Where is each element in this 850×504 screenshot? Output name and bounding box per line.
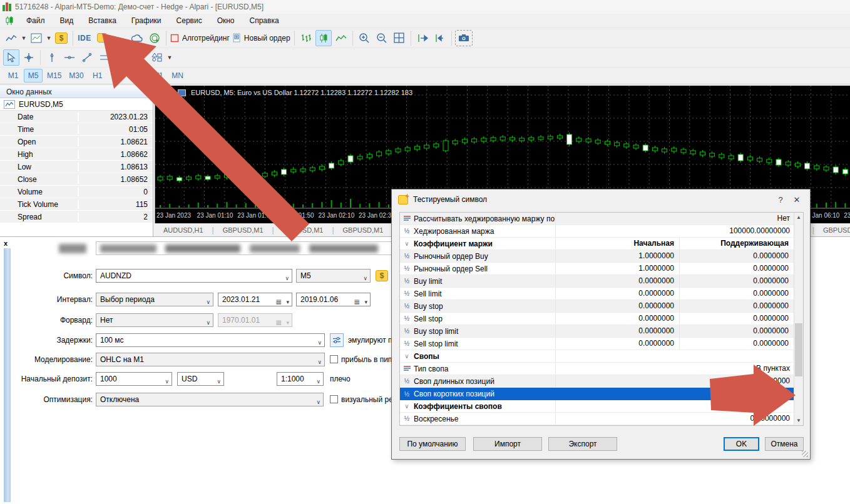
dialog-button-1[interactable]: Импорт <box>473 437 542 451</box>
leverage-combo[interactable]: 1:1000∨ <box>277 372 324 386</box>
profile-button[interactable] <box>28 30 44 46</box>
dialog-row-3[interactable]: ½Рыночный ордер Buy1.00000000.0000000 <box>400 250 795 263</box>
optimization-combo[interactable]: Отключена∨ <box>96 393 324 406</box>
chart-shift-button[interactable] <box>432 30 448 46</box>
date-to-field[interactable]: 2019.01.06▦▾ <box>296 293 371 306</box>
vertical-line-tool-button[interactable] <box>44 49 60 66</box>
dialog-row-16[interactable]: ½Воскресенье0.00000000 <box>400 413 795 425</box>
menu-item-4[interactable]: Сервис <box>169 14 210 27</box>
dialog-row-15[interactable]: ∨Коэффициенты свопов <box>400 400 795 413</box>
zoom-out-button[interactable] <box>374 30 390 46</box>
delays-combo[interactable]: 100 мс∨ <box>96 333 325 347</box>
auto-scroll-button[interactable] <box>414 30 431 46</box>
trendline-tool-button[interactable] <box>79 49 95 66</box>
shapes-tool-button[interactable] <box>149 49 165 66</box>
dialog-row-10[interactable]: ½Sell stop limit0.00000000.0000000 <box>400 338 795 350</box>
chart-tab-1[interactable]: GBPUSD,M1 <box>214 226 272 234</box>
cancel-button[interactable]: Отмена <box>765 437 804 451</box>
dialog-help-button[interactable]: ? <box>772 195 789 204</box>
timeframe-mn[interactable]: MN <box>168 69 187 83</box>
dialog-button-0[interactable]: По умолчанию <box>399 437 466 451</box>
date-from-field[interactable]: 2023.01.21▦▾ <box>218 293 292 306</box>
algotrading-button[interactable]: Алготрейдинг <box>170 30 230 46</box>
menu-item-6[interactable]: Справка <box>242 14 287 27</box>
fibonacci-tool-button[interactable] <box>114 49 130 66</box>
new-order-button[interactable]: Новый ордер <box>232 30 291 46</box>
ok-button[interactable]: OK <box>724 437 759 451</box>
scrollbar-thumb[interactable] <box>795 323 802 376</box>
menu-item-5[interactable]: Окно <box>210 14 242 27</box>
dialog-row-7[interactable]: ½Buy stop0.00000000.0000000 <box>400 300 795 313</box>
ide-button[interactable]: IDE <box>76 30 93 46</box>
market-button[interactable] <box>94 30 110 46</box>
dialog-row-9[interactable]: ½Buy stop limit0.00000000.0000000 <box>400 325 795 338</box>
dialog-row-12[interactable]: Тип свопаВ пунктах <box>400 363 795 375</box>
text-tool-button[interactable] <box>131 49 148 66</box>
tester-close-icon[interactable]: x <box>1 239 10 248</box>
chart-window-button[interactable] <box>3 30 19 46</box>
tile-windows-button[interactable] <box>391 30 407 46</box>
forward-combo[interactable]: Нет∨ <box>96 313 213 327</box>
dialog-row-11[interactable]: ∨Свопы <box>400 350 795 363</box>
interval-combo[interactable]: Выбор периода∨ <box>96 293 213 306</box>
symbol-combo[interactable]: AUDNZD∨ <box>96 269 292 283</box>
candles-mode-button[interactable] <box>315 30 332 46</box>
currency-combo[interactable]: USD∨ <box>177 372 224 386</box>
line-mode-button[interactable] <box>333 30 349 46</box>
profile-caret[interactable]: ▼ <box>45 30 53 46</box>
timeframe-m15[interactable]: M15 <box>44 69 64 83</box>
timeframe-d1[interactable]: D1 <box>128 69 147 83</box>
shapes-tool-caret[interactable]: ▼ <box>166 49 173 66</box>
community-button[interactable] <box>146 30 163 46</box>
timeframe-w1[interactable]: W1 <box>148 69 167 83</box>
timeframe-h1[interactable]: H1 <box>88 69 107 83</box>
market-watch-button[interactable]: $ <box>53 30 69 46</box>
dialog-row-2[interactable]: ∨Коэффициент маржиНачальнаяПоддерживающа… <box>400 238 795 250</box>
crosshair-tool-button[interactable] <box>21 49 37 66</box>
modeling-combo[interactable]: OHLC на M1∨ <box>96 353 325 366</box>
menu-item-3[interactable]: Графики <box>124 14 169 27</box>
deposit-combo[interactable]: 1000∨ <box>96 372 172 386</box>
dialog-row-8[interactable]: ½Sell stop0.00000000.0000000 <box>400 313 795 325</box>
chart-tab-2[interactable]: GBPUSD,M1 <box>274 226 332 234</box>
chart-tab-3[interactable]: GBPUSD,M1 <box>334 226 392 234</box>
dialog-row-6[interactable]: ½Sell limit0.00000000.0000000 <box>400 288 795 300</box>
timeframe-m1[interactable]: M1 <box>4 69 23 83</box>
timeframe-h4[interactable]: H4 <box>108 69 127 83</box>
dialog-row-13[interactable]: ½Своп длинных позиций-7.17000000 <box>400 375 795 388</box>
dialog-row-14[interactable]: ½Своп коротких позиций1.20000000 <box>400 388 795 400</box>
cursor-tool-button[interactable] <box>3 49 19 66</box>
chart-tab-0[interactable]: AUDUSD,H1 <box>155 226 212 234</box>
chart-tab-11[interactable]: GBPUSD,M1 <box>814 226 850 234</box>
dialog-row-1[interactable]: ½Хеджированная маржа100000.00000000 <box>400 225 795 238</box>
symbol-properties-button[interactable]: $ <box>376 270 388 281</box>
vps-cloud-button[interactable] <box>129 30 145 46</box>
scroll-up-icon[interactable]: ▲ <box>794 213 803 222</box>
dialog-close-button[interactable]: ✕ <box>789 195 805 204</box>
profit-in-pips-checkbox[interactable] <box>330 355 338 363</box>
dialog-row-5[interactable]: ½Buy limit0.00000000.0000000 <box>400 275 795 288</box>
zoom-in-button[interactable] <box>356 30 372 46</box>
delays-settings-button[interactable] <box>330 333 344 347</box>
chart-window-caret[interactable]: ▼ <box>20 30 28 46</box>
channel-tool-button[interactable] <box>96 49 113 66</box>
menu-item-1[interactable]: Вид <box>53 14 81 27</box>
bars-mode-button[interactable] <box>298 30 314 46</box>
scroll-down-icon[interactable]: ▼ <box>794 416 803 425</box>
signals-button[interactable] <box>111 30 128 46</box>
dialog-row-4[interactable]: ½Рыночный ордер Sell1.00000000.0000000 <box>400 263 795 275</box>
menu-item-2[interactable]: Вставка <box>81 14 124 27</box>
period-combo[interactable]: M5∨ <box>296 269 371 283</box>
dialog-scrollbar[interactable]: ▲ ▼ <box>794 213 803 425</box>
menu-item-0[interactable]: Файл <box>19 14 53 27</box>
data-window-close-icon[interactable]: ✕ <box>143 88 149 96</box>
timeframe-m30[interactable]: M30 <box>66 69 86 83</box>
dialog-button-2[interactable]: Экспорт <box>548 437 617 451</box>
dialog-row-0[interactable]: Рассчитывать хеджированную маржу по ...Н… <box>400 213 795 225</box>
visual-mode-checkbox[interactable] <box>330 395 338 403</box>
horizontal-line-tool-button[interactable] <box>61 49 78 66</box>
dialog-title-bar[interactable]: Тестируемый символ ? ✕ <box>392 189 810 209</box>
timeframe-m5[interactable]: M5 <box>24 69 43 83</box>
resize-grip[interactable] <box>802 451 808 457</box>
screenshot-button[interactable] <box>455 30 473 46</box>
